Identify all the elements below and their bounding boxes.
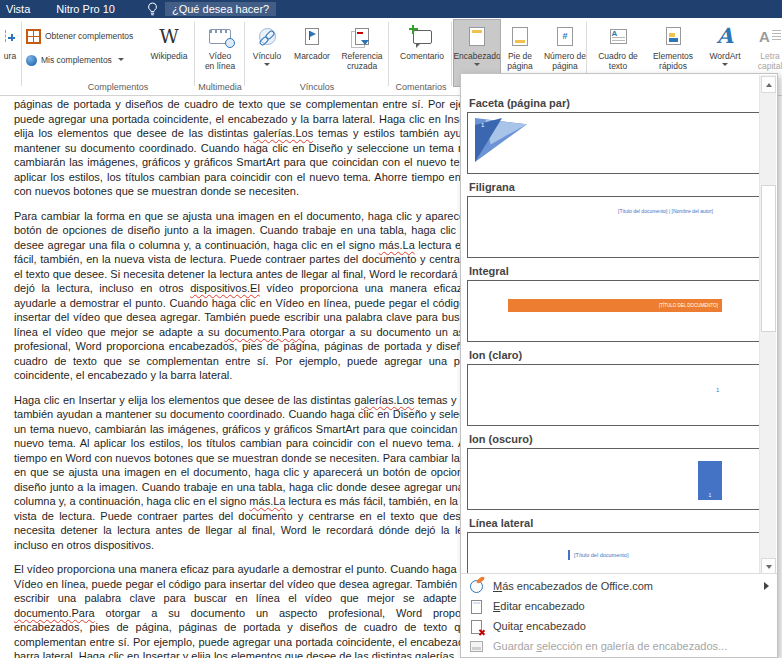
lightbulb-icon	[147, 2, 158, 16]
header-gallery-dropdown: Faceta (página par)1Filigrana[Título del…	[460, 73, 778, 658]
get-addins-button[interactable]: Obtener complementos	[26, 26, 133, 46]
gallery-item-label: Faceta (página par)	[469, 97, 759, 109]
cross-reference-label-1: Referencia	[341, 51, 382, 61]
menu-item-remove-header[interactable]: Quitar encabezado	[461, 616, 777, 636]
drop-cap-label-1: Letra	[760, 51, 779, 61]
submenu-arrow-icon	[764, 582, 769, 590]
document-text[interactable]: páginas de portada y diseños de cuadro d…	[14, 97, 491, 658]
page-number-icon: #	[557, 27, 573, 46]
dropdown-arrow-icon	[264, 63, 270, 66]
link-icon	[259, 28, 276, 45]
header-icon	[469, 27, 485, 46]
gallery-item-ion-oscuro[interactable]: Ion (oscuro)1	[461, 433, 759, 510]
header-gallery-list: Faceta (página par)1Filigrana[Título del…	[461, 74, 759, 576]
cross-reference-icon	[355, 28, 369, 45]
gallery-item-preview: [Título del documento]	[467, 532, 759, 576]
online-video-button[interactable]: Vídeo en línea	[196, 20, 244, 86]
online-video-label-1: Vídeo	[209, 51, 231, 61]
menu-item-edit-header[interactable]: Editar encabezado	[461, 596, 777, 616]
group-divider	[194, 22, 195, 86]
bookmark-button[interactable]: Marcador	[288, 20, 336, 86]
misspelled-word: más.La	[379, 239, 415, 251]
wikipedia-button[interactable]: W Wikipedia	[146, 20, 192, 86]
ribbon-tab-vista[interactable]: Vista	[6, 3, 30, 15]
online-video-label-2: en línea	[205, 61, 235, 71]
link-button[interactable]: Vínculo	[246, 20, 288, 86]
my-addins-button[interactable]: Mis complementos	[26, 50, 124, 70]
save-icon	[469, 639, 484, 654]
gallery-item-label: Ion (oscuro)	[469, 433, 759, 445]
cross-reference-label-2: cruzada	[347, 61, 377, 71]
text-run: El vídeo proporciona una manera eficaz p…	[14, 563, 491, 604]
group-divider	[388, 22, 389, 86]
scroll-down-icon	[766, 565, 772, 569]
group-divider	[244, 22, 245, 86]
header-dropdown-menu: Más encabezados de Office.comEditar enca…	[461, 573, 777, 657]
text-box-icon: A	[610, 29, 627, 44]
tell-me-search[interactable]: ¿Qué desea hacer?	[165, 2, 276, 16]
group-divider	[451, 22, 452, 86]
preview-title-text: [Título del documento] | [Nombre del aut…	[618, 208, 713, 214]
comment-label: Comentario	[400, 51, 444, 61]
menu-item-label: Más encabezados de Office.com	[493, 580, 653, 592]
screenshot-icon	[5, 30, 15, 42]
gallery-scrollbar[interactable]	[759, 75, 776, 576]
get-addins-label: Obtener complementos	[45, 31, 133, 41]
group-label-multimedia: Multimedia	[196, 82, 244, 92]
quick-parts-label-1: Elementos	[653, 51, 693, 61]
ribbon-tab-nitro-pro[interactable]: Nitro Pro 10	[56, 3, 115, 15]
gallery-item-label: Integral	[469, 265, 759, 277]
scrollbar-thumb[interactable]	[761, 185, 776, 332]
misspelled-word: documento.Para	[224, 326, 305, 338]
comment-icon	[413, 30, 432, 44]
title-bar: Vista Nitro Pro 10 ¿Qué desea hacer?	[0, 0, 782, 18]
scroll-up-icon	[766, 83, 772, 87]
paragraph: El vídeo proporciona una manera eficaz p…	[14, 562, 491, 658]
group-label-complementos: Complementos	[36, 82, 200, 92]
menu-item-label: Quitar encabezado	[493, 620, 586, 632]
gallery-item-ion-claro[interactable]: Ion (claro)1	[461, 349, 759, 426]
misspelled-word: galerías.Los	[354, 394, 414, 406]
gallery-item-integral[interactable]: Integral[TÍTULO DEL DOCUMENTO]	[461, 265, 759, 342]
wordart-icon: A	[717, 25, 733, 47]
scroll-up-button[interactable]	[761, 76, 776, 93]
paragraph: Haga clic en Insertar y elija los elemen…	[14, 393, 491, 553]
text-run: Haga clic en Insertar y elija los elemen…	[14, 394, 354, 406]
captura-label-partial: ura	[4, 51, 16, 61]
dropdown-arrow-icon	[474, 63, 480, 66]
quick-parts-icon	[666, 27, 681, 45]
menu-item-label: Guardar selección en galería de encabeza…	[493, 640, 727, 652]
addin-ball-icon	[26, 55, 37, 66]
cross-reference-button[interactable]: Referencia cruzada	[336, 20, 388, 86]
text-run: temas y estilos también ayudan a mantene…	[14, 394, 491, 508]
dropdown-arrow-icon	[722, 63, 728, 66]
misspelled-word: más.La	[249, 495, 285, 507]
header-label: Encabezado	[453, 51, 500, 61]
captura-button-partial[interactable]: ura	[0, 20, 20, 86]
preview-title-text: [Título del documento]	[568, 550, 628, 560]
office-icon	[469, 579, 484, 594]
gallery-item-preview: [Título del documento] | [Nombre del aut…	[467, 196, 759, 258]
menu-item-label: Editar encabezado	[493, 600, 585, 612]
bookmark-icon	[305, 28, 319, 45]
gallery-item-linea-lateral[interactable]: Línea lateral[Título del documento]	[461, 517, 759, 576]
link-label: Vínculo	[253, 51, 281, 61]
online-video-icon	[209, 29, 231, 44]
gallery-item-faceta[interactable]: Faceta (página par)1	[461, 97, 759, 174]
edit-header-page-icon	[471, 600, 482, 614]
paragraph: Para cambiar la forma en que se ajusta u…	[14, 209, 491, 383]
comment-button[interactable]: Comentario	[392, 20, 452, 86]
gallery-item-preview: 1	[467, 448, 759, 510]
quick-parts-label-2: rápidos	[659, 61, 687, 71]
menu-item-more-headers[interactable]: Más encabezados de Office.com	[461, 576, 777, 596]
office-globe-icon	[470, 580, 483, 593]
drop-cap-icon: A	[759, 29, 781, 44]
remove-icon	[469, 619, 484, 634]
gallery-item-filigrana[interactable]: Filigrana[Título del documento] | [Nombr…	[461, 181, 759, 258]
preview-title-bar: [TÍTULO DEL DOCUMENTO]	[508, 299, 722, 312]
group-label-comentarios: Comentarios	[390, 82, 452, 92]
wikipedia-icon: W	[159, 26, 179, 46]
save-gallery-icon	[470, 641, 483, 652]
gallery-item-preview: 1	[467, 112, 759, 174]
footer-label-2: página	[507, 61, 533, 71]
